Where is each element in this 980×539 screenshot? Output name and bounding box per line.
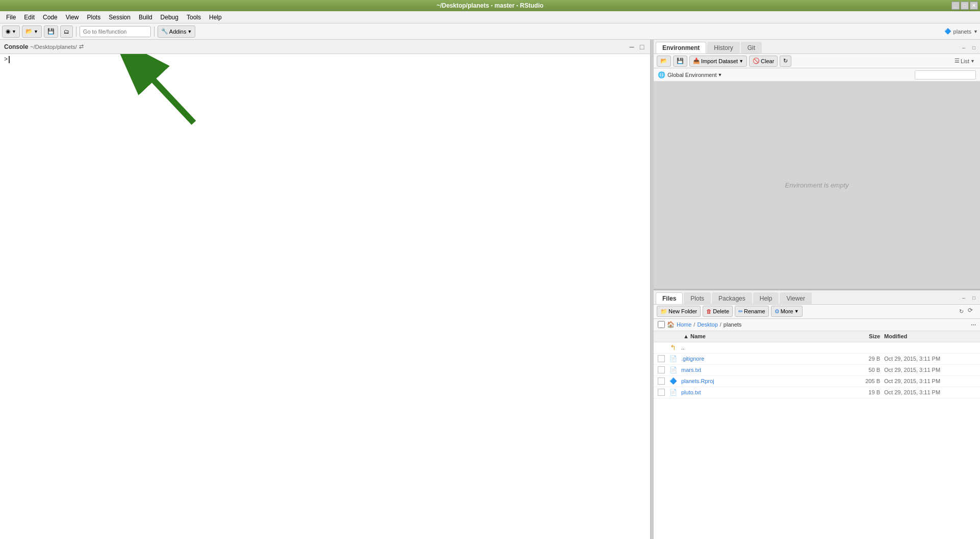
env-panel-maximize-btn[interactable]: □ <box>970 43 978 51</box>
menu-edit[interactable]: Edit <box>20 13 39 22</box>
tab-help-label: Help <box>760 295 772 302</box>
home-icon: 🏠 <box>667 321 675 328</box>
breadcrumb-more-btn[interactable]: ··· <box>971 321 976 328</box>
file-checkbox-mars[interactable] <box>658 366 665 373</box>
env-empty-message: Environment is empty <box>654 82 980 289</box>
file-name-pluto[interactable]: pluto.txt <box>681 389 835 395</box>
breadcrumb-planets: planets <box>724 321 741 328</box>
refresh-env-btn[interactable]: ↻ <box>780 56 791 67</box>
save-all-btn[interactable]: 🗂 <box>60 25 73 38</box>
list-item: 📄 mars.txt 50 B Oct 29, 2015, 3:11 PM <box>654 365 980 376</box>
menu-code[interactable]: Code <box>39 13 62 22</box>
file-name-gitignore[interactable]: .gitignore <box>681 356 835 362</box>
file-modified-rproj: Oct 29, 2015, 3:11 PM <box>884 378 976 384</box>
save-workspace-btn[interactable]: 💾 <box>673 56 687 67</box>
project-selector[interactable]: 🔷 planets ▼ <box>944 28 978 35</box>
menu-build[interactable]: Build <box>135 13 157 22</box>
col-name-header[interactable]: ▲ Name <box>683 333 835 339</box>
go-to-file-input[interactable] <box>80 26 151 37</box>
file-icon-mars: 📄 <box>669 366 677 374</box>
menu-tools[interactable]: Tools <box>183 13 205 22</box>
rename-btn[interactable]: ✏ Rename <box>735 306 769 317</box>
breadcrumb-sep-2: / <box>720 321 721 328</box>
menu-debug[interactable]: Debug <box>157 13 183 22</box>
files-panel-minimize-btn[interactable]: – <box>960 294 968 302</box>
delete-btn[interactable]: 🗑 Delete <box>703 306 733 317</box>
import-dataset-btn[interactable]: 📥 Import Dataset ▼ <box>689 56 747 67</box>
clear-env-icon: 🚫 <box>753 58 760 64</box>
open-file-btn[interactable]: 📂 ▼ <box>22 25 42 38</box>
maximize-btn[interactable]: □ <box>961 2 969 10</box>
menu-view[interactable]: View <box>62 13 83 22</box>
tab-history[interactable]: History <box>707 42 739 53</box>
tab-packages-label: Packages <box>718 295 745 302</box>
breadcrumb-desktop[interactable]: Desktop <box>697 321 717 328</box>
save-all-icon: 🗂 <box>64 29 69 35</box>
files-panel-maximize-btn[interactable]: □ <box>970 294 978 302</box>
console-prompt-line: > <box>4 56 646 63</box>
new-folder-btn[interactable]: 📁 New Folder <box>657 306 701 317</box>
list-dropdown-icon: ▼ <box>970 59 975 64</box>
menu-file[interactable]: File <box>2 13 20 22</box>
minimize-btn[interactable]: _ <box>951 2 960 10</box>
tab-plots[interactable]: Plots <box>684 292 711 304</box>
console-maximize-btn[interactable]: □ <box>638 43 646 51</box>
tab-environment[interactable]: Environment <box>656 42 706 53</box>
tab-files[interactable]: Files <box>656 292 683 304</box>
console-body[interactable]: > <box>0 54 650 539</box>
files-options-btn[interactable]: ↻ <box>959 308 964 315</box>
new-file-btn[interactable]: ◉ ▼ <box>2 25 20 38</box>
save-ws-icon: 💾 <box>677 58 684 64</box>
tab-viewer[interactable]: Viewer <box>780 292 811 304</box>
menu-help[interactable]: Help <box>205 13 226 22</box>
menu-session[interactable]: Session <box>105 13 135 22</box>
file-checkbox-pluto[interactable] <box>658 389 665 396</box>
global-env-icon: 🌐 <box>658 71 665 78</box>
file-icon-pluto: 📄 <box>669 388 677 396</box>
new-folder-label: New Folder <box>668 308 697 314</box>
tab-packages[interactable]: Packages <box>712 292 752 304</box>
col-size-header[interactable]: Size <box>839 333 880 339</box>
parent-dir-link[interactable]: .. <box>681 344 835 351</box>
list-item: 🔷 planets.Rproj 205 B Oct 29, 2015, 3:11… <box>654 376 980 387</box>
file-checkbox-gitignore[interactable] <box>658 355 665 362</box>
global-env-bar: 🌐 Global Environment ▼ <box>654 68 980 82</box>
close-btn[interactable]: ✕ <box>970 2 978 10</box>
annotation-arrow <box>82 54 224 128</box>
list-view-btn[interactable]: ☰ List ▼ <box>952 57 977 65</box>
file-modified-gitignore: Oct 29, 2015, 3:11 PM <box>884 356 976 362</box>
rename-icon: ✏ <box>738 308 743 315</box>
save-btn[interactable]: 💾 <box>44 25 58 38</box>
env-search-input[interactable] <box>915 70 976 79</box>
files-tab-bar: Files Plots Packages Help Viewer – □ <box>654 290 980 305</box>
load-workspace-btn[interactable]: 📂 <box>657 56 671 67</box>
file-name-rproj[interactable]: planets.Rproj <box>681 378 835 384</box>
project-label: planets <box>953 29 971 35</box>
console-header: Console ~/Desktop/planets/ ⇄ – □ <box>0 40 650 54</box>
console-minimize-btn[interactable]: – <box>628 43 636 51</box>
sync-icon[interactable]: ⇄ <box>79 43 84 50</box>
tab-help[interactable]: Help <box>753 292 779 304</box>
delete-icon: 🗑 <box>706 308 712 314</box>
tab-git[interactable]: Git <box>741 42 762 53</box>
addins-btn[interactable]: 🔧 Addins ▼ <box>158 25 196 38</box>
open-dropdown-icon: ▼ <box>34 29 38 34</box>
file-row-parent: ↰ .. <box>654 342 980 354</box>
addins-label: Addins <box>169 29 187 35</box>
open-icon: 📂 <box>25 28 33 35</box>
file-size-pluto: 19 B <box>839 389 880 395</box>
more-btn[interactable]: ⚙ More ▼ <box>771 306 803 317</box>
global-env-selector[interactable]: Global Environment ▼ <box>667 72 723 78</box>
file-size-rproj: 205 B <box>839 378 880 384</box>
files-refresh-btn[interactable]: ⟳ <box>968 307 977 316</box>
clear-env-btn[interactable]: 🚫 Clear <box>749 56 778 67</box>
select-all-checkbox[interactable] <box>658 321 665 328</box>
menu-plots[interactable]: Plots <box>83 13 105 22</box>
file-name-mars[interactable]: mars.txt <box>681 367 835 373</box>
env-panel-minimize-btn[interactable]: – <box>960 43 968 51</box>
col-modified-header[interactable]: Modified <box>884 333 976 339</box>
project-icon: 🔷 <box>944 28 951 35</box>
list-icon: ☰ <box>955 58 960 64</box>
file-checkbox-rproj[interactable] <box>658 378 665 385</box>
breadcrumb-home[interactable]: Home <box>677 321 691 328</box>
